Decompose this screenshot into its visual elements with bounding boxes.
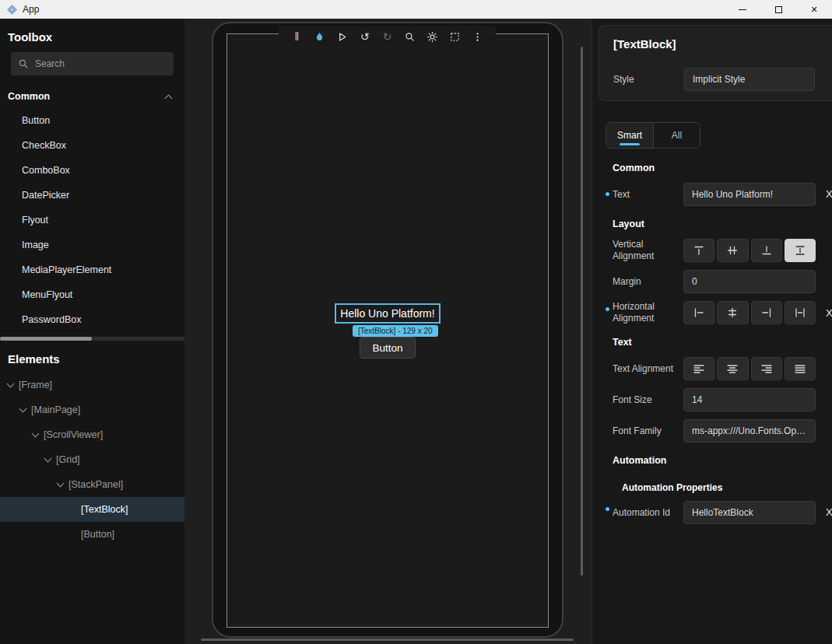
close-button[interactable]: ✕ [796, 0, 832, 19]
automation-id-input[interactable] [683, 501, 816, 524]
tree-item-button[interactable]: [Button] [0, 522, 184, 547]
property-row-margin: Margin [606, 270, 823, 293]
section-layout: Layout [613, 219, 644, 229]
drag-handle-icon[interactable]: ‖ [286, 26, 308, 47]
align-horizontal-stretch-button[interactable] [785, 301, 816, 324]
selected-textblock[interactable]: Hello Uno Platform! [335, 303, 441, 324]
toolbox-item-menuflyout[interactable]: MenuFlyout [0, 282, 184, 307]
margin-input[interactable] [683, 270, 816, 293]
toolbox-title: Toolbox [0, 19, 184, 51]
minimize-button[interactable] [725, 0, 760, 19]
tab-label: All [672, 130, 682, 141]
text-align-justify-button[interactable] [785, 357, 816, 380]
chevron-down-icon [7, 380, 15, 388]
chevron-down-icon [44, 455, 52, 463]
tree-item-scrollviewer[interactable]: [ScrollViewer] [0, 422, 184, 447]
app-title: App [23, 4, 39, 15]
frame-bounds-icon[interactable] [444, 26, 466, 47]
tree-item-label: [TextBlock] [81, 504, 128, 515]
vertical-alignment-options [683, 239, 816, 262]
tree-item-mainpage[interactable]: [MainPage] [0, 397, 184, 422]
canvas-vertical-scrollbar[interactable] [581, 47, 583, 576]
bind-marker-icon[interactable]: X [826, 188, 832, 200]
align-top-button[interactable] [683, 239, 714, 262]
design-canvas: ‖ ↺ ↻ [184, 19, 592, 644]
tree-item-frame[interactable]: [Frame] [0, 373, 184, 397]
tree-item-stackpanel[interactable]: [StackPanel] [0, 472, 184, 497]
textblock-text: Hello Uno Platform! [340, 307, 434, 320]
modified-indicator [606, 307, 609, 311]
maximize-button[interactable] [760, 0, 796, 19]
theme-toggle-icon[interactable] [421, 26, 444, 47]
align-left-button[interactable] [683, 301, 714, 324]
toolbox-horizontal-scrollbar[interactable] [0, 337, 184, 341]
modified-indicator [606, 192, 609, 196]
tab-label: Smart [617, 130, 642, 141]
modified-indicator [606, 507, 609, 511]
titlebar: App ✕ [0, 0, 832, 19]
text-align-center-button[interactable] [717, 357, 748, 380]
horizontal-alignment-options [683, 301, 816, 324]
tree-item-label: [Button] [81, 529, 114, 540]
section-label: Common [8, 91, 50, 102]
toolbox-item-combobox[interactable]: ComboBox [0, 158, 184, 183]
align-vertical-stretch-button[interactable] [785, 239, 816, 262]
align-vertical-center-button[interactable] [717, 239, 748, 262]
toolbox-item-checkbox[interactable]: CheckBox [0, 133, 184, 158]
align-right-button[interactable] [751, 301, 782, 324]
tree-item-textblock[interactable]: [TextBlock] [0, 497, 184, 522]
properties-panel: [TextBlock] Style Smart All Common Text … [592, 19, 832, 644]
toolbox-item-passwordbox[interactable]: PasswordBox [0, 307, 184, 332]
toolbox-item-mediaplayerelement[interactable]: MediaPlayerElement [0, 257, 184, 282]
more-options-icon[interactable] [466, 26, 489, 47]
toolbox-item-button[interactable]: Button [0, 108, 184, 133]
text-input[interactable] [683, 183, 816, 206]
tree-item-label: [ScrollViewer] [44, 429, 103, 440]
chevron-down-icon [57, 480, 65, 488]
property-row-text-alignment: Text Alignment [606, 357, 823, 380]
font-size-input[interactable] [683, 388, 816, 411]
toolbox-item-datepicker[interactable]: DatePicker [0, 183, 184, 208]
text-align-left-button[interactable] [683, 357, 714, 380]
align-bottom-button[interactable] [751, 239, 782, 262]
property-row-automation-id: Automation Id [606, 501, 823, 524]
align-horizontal-center-button[interactable] [717, 301, 748, 324]
tree-item-label: [StackPanel] [68, 479, 123, 490]
designer-toolbar: ‖ ↺ ↻ [279, 26, 496, 47]
tree-item-grid[interactable]: [Grid] [0, 447, 184, 472]
chevron-down-icon [32, 430, 40, 438]
selection-size-badge: [TextBlock] - 129 x 20 [353, 325, 438, 337]
redo-button[interactable]: ↻ [376, 26, 398, 47]
tree-item-label: [MainPage] [31, 404, 80, 415]
text-align-right-button[interactable] [751, 357, 782, 380]
horizontal-alignment-label: Horizontal Alignment [613, 301, 678, 324]
tab-smart[interactable]: Smart [606, 123, 653, 148]
property-row-text: Text [606, 183, 823, 206]
toolbox-search[interactable] [11, 52, 174, 75]
toolbox-section-common[interactable]: Common [0, 85, 184, 108]
toolbox-item-image[interactable]: Image [0, 233, 184, 257]
section-automation: Automation [613, 455, 666, 466]
tab-all[interactable]: All [653, 123, 700, 148]
style-input[interactable] [684, 68, 815, 91]
canvas-button[interactable]: Button [360, 337, 416, 359]
section-automation-properties: Automation Properties [622, 482, 722, 493]
bind-marker-icon[interactable]: X [826, 307, 832, 319]
play-button[interactable] [331, 26, 353, 47]
tree-item-label: [Frame] [19, 380, 52, 390]
hot-design-flame-icon[interactable] [308, 26, 331, 47]
vertical-alignment-label: Vertical Alignment [613, 239, 678, 262]
font-family-input[interactable] [683, 419, 816, 443]
property-row-font-family: Font Family [606, 419, 823, 443]
inspect-element-icon[interactable] [398, 26, 421, 47]
canvas-horizontal-scrollbar[interactable] [201, 639, 574, 641]
toolbox-item-flyout[interactable]: Flyout [0, 208, 184, 233]
properties-header-card: [TextBlock] Style [599, 25, 832, 101]
property-row-horizontal-alignment: Horizontal Alignment [606, 301, 823, 324]
tree-item-label: [Grid] [56, 454, 80, 465]
bind-marker-icon[interactable]: X [826, 506, 832, 518]
search-input[interactable] [35, 58, 167, 69]
style-label: Style [613, 74, 634, 85]
undo-button[interactable]: ↺ [353, 26, 376, 47]
left-sidebar: Toolbox Common Button CheckBox ComboBox … [0, 19, 184, 644]
